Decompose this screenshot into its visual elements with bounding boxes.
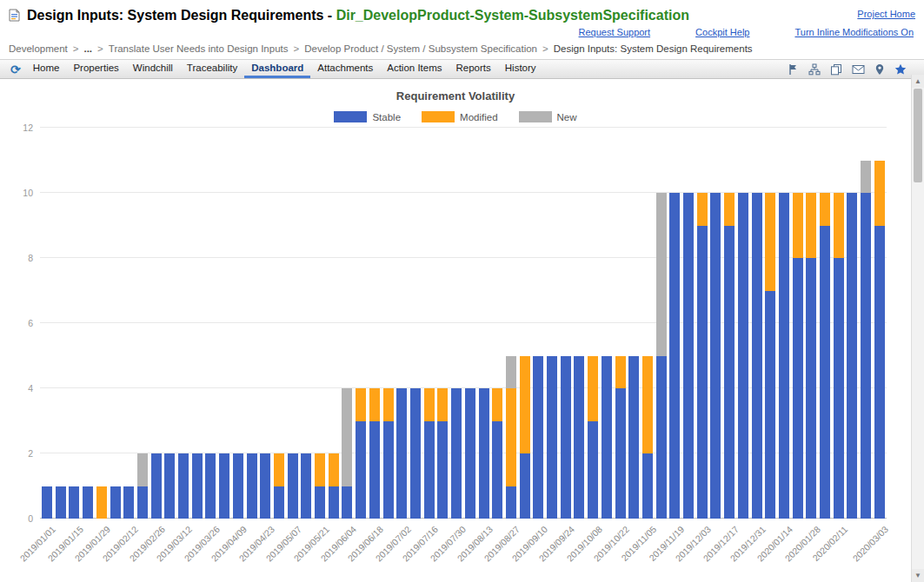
bar-column[interactable]: 2019/05/07 bbox=[288, 128, 298, 519]
bar-column[interactable]: 2019/01/15 bbox=[69, 128, 79, 519]
breadcrumb-item[interactable]: Development bbox=[9, 43, 68, 54]
tab-history[interactable]: History bbox=[498, 60, 543, 78]
bar-column[interactable]: 2019/06/04 bbox=[342, 128, 352, 519]
bar-column[interactable] bbox=[356, 128, 366, 519]
breadcrumb-ellipsis[interactable]: ... bbox=[83, 43, 92, 54]
tab-reports[interactable]: Reports bbox=[449, 60, 498, 78]
bar-segment-stable bbox=[615, 388, 626, 519]
bar-column[interactable] bbox=[465, 128, 475, 519]
bar-column[interactable] bbox=[547, 128, 557, 519]
bar-column[interactable] bbox=[710, 128, 721, 519]
location-pin-icon[interactable] bbox=[874, 63, 885, 76]
bar-column[interactable] bbox=[301, 128, 311, 519]
vertical-scrollbar[interactable]: ▲ ▼ bbox=[911, 75, 924, 582]
bar-column[interactable]: 2019/11/19 bbox=[669, 128, 680, 519]
tab-home[interactable]: Home bbox=[26, 60, 67, 78]
scroll-down-button[interactable]: ▼ bbox=[912, 569, 924, 582]
bar-column[interactable] bbox=[793, 128, 803, 519]
bar-column[interactable]: 2019/08/13 bbox=[479, 128, 489, 519]
bar-column[interactable] bbox=[683, 128, 694, 519]
bar-column[interactable] bbox=[574, 128, 584, 519]
inline-modifications-toggle-link[interactable]: Turn Inline Modifications On bbox=[794, 27, 914, 37]
bar-column[interactable] bbox=[219, 128, 229, 519]
scrollbar-thumb[interactable] bbox=[914, 89, 922, 182]
y-axis-tick-label: 12 bbox=[5, 122, 33, 133]
bar-column[interactable] bbox=[110, 128, 121, 519]
project-home-link[interactable]: Project Home bbox=[857, 7, 915, 19]
flag-icon[interactable] bbox=[788, 63, 799, 76]
bar-stack bbox=[356, 388, 366, 519]
bar-column[interactable]: 2019/02/26 bbox=[151, 128, 162, 519]
bar-column[interactable] bbox=[247, 128, 257, 519]
legend-label: New bbox=[557, 112, 577, 122]
bar-column[interactable] bbox=[738, 128, 748, 519]
breadcrumb-item[interactable]: Translate User Needs into Design Inputs bbox=[109, 43, 289, 54]
tab-traceability[interactable]: Traceability bbox=[180, 60, 244, 78]
request-support-link[interactable]: Request Support bbox=[579, 27, 651, 37]
bar-column[interactable]: 2019/12/31 bbox=[752, 128, 762, 519]
bar-column[interactable] bbox=[765, 128, 775, 519]
bar-stack bbox=[710, 193, 721, 519]
bar-column[interactable]: 2019/07/02 bbox=[396, 128, 407, 519]
tab-properties[interactable]: Properties bbox=[66, 60, 125, 78]
bar-column[interactable]: 2019/07/30 bbox=[451, 128, 462, 519]
bar-column[interactable]: 2019/11/05 bbox=[642, 128, 653, 519]
bar-column[interactable] bbox=[520, 128, 530, 519]
refresh-icon[interactable]: ⟳ bbox=[5, 60, 26, 78]
bar-column[interactable]: 2020/03/03 bbox=[874, 128, 885, 519]
bar-column[interactable] bbox=[602, 128, 612, 519]
tab-dashboard[interactable]: Dashboard bbox=[244, 60, 310, 78]
bar-column[interactable] bbox=[820, 128, 830, 519]
breadcrumb-item[interactable]: Develop Product / System / Subsystem Spe… bbox=[304, 43, 537, 54]
bar-column[interactable]: 2019/04/23 bbox=[260, 128, 270, 519]
bar-column[interactable]: 2019/03/12 bbox=[178, 128, 189, 519]
bar-stack bbox=[520, 356, 530, 519]
bar-column[interactable]: 2019/01/29 bbox=[96, 128, 107, 519]
sitemap-icon[interactable] bbox=[808, 63, 821, 76]
tab-windchill[interactable]: Windchill bbox=[126, 60, 180, 78]
bar-column[interactable] bbox=[628, 128, 639, 519]
bar-column[interactable]: 2020/01/28 bbox=[806, 128, 816, 519]
bar-column[interactable]: 2019/09/24 bbox=[561, 128, 571, 519]
bar-column[interactable] bbox=[164, 128, 175, 519]
bar-column[interactable]: 2019/09/10 bbox=[533, 128, 543, 519]
bar-column[interactable]: 2019/10/08 bbox=[588, 128, 598, 519]
bar-column[interactable]: 2019/06/18 bbox=[369, 128, 380, 519]
bar-column[interactable]: 2019/04/09 bbox=[233, 128, 243, 519]
bar-column[interactable] bbox=[274, 128, 284, 519]
scroll-up-button[interactable]: ▲ bbox=[912, 75, 924, 88]
email-icon[interactable] bbox=[852, 64, 865, 75]
bar-column[interactable]: 2020/02/11 bbox=[834, 128, 844, 519]
bar-column[interactable] bbox=[329, 128, 339, 519]
bar-segment-stable bbox=[669, 193, 680, 519]
bar-column[interactable] bbox=[437, 128, 448, 519]
bar-column[interactable] bbox=[383, 128, 394, 519]
bar-column[interactable]: 2019/08/27 bbox=[506, 128, 516, 519]
bar-column[interactable]: 2019/10/22 bbox=[615, 128, 626, 519]
bar-column[interactable]: 2019/12/17 bbox=[724, 128, 735, 519]
bar-column[interactable]: 2019/07/16 bbox=[424, 128, 435, 519]
bar-column[interactable] bbox=[492, 128, 502, 519]
bar-column[interactable] bbox=[847, 128, 857, 519]
bar-stack bbox=[42, 486, 52, 519]
bar-column[interactable]: 2020/01/14 bbox=[779, 128, 789, 519]
bar-column[interactable] bbox=[656, 128, 667, 519]
cockpit-help-link[interactable]: Cockpit Help bbox=[695, 27, 749, 37]
bar-column[interactable]: 2019/01/01 bbox=[42, 128, 52, 519]
bar-column[interactable] bbox=[410, 128, 421, 519]
bar-column[interactable] bbox=[192, 128, 203, 519]
tab-attachments[interactable]: Attachments bbox=[310, 60, 380, 78]
copy-icon[interactable] bbox=[830, 63, 842, 76]
bar-column[interactable]: 2019/02/12 bbox=[123, 128, 134, 519]
tab-action-items[interactable]: Action Items bbox=[380, 60, 449, 78]
bar-column[interactable] bbox=[137, 128, 148, 519]
bar-column[interactable] bbox=[56, 128, 66, 519]
favorite-star-icon[interactable] bbox=[894, 63, 907, 76]
bar-column[interactable] bbox=[83, 128, 93, 519]
bar-column[interactable] bbox=[861, 128, 871, 519]
bar-stack bbox=[847, 193, 857, 519]
bar-column[interactable]: 2019/12/03 bbox=[697, 128, 708, 519]
bar-segment-stable bbox=[710, 193, 721, 519]
bar-column[interactable]: 2019/05/21 bbox=[315, 128, 325, 519]
bar-column[interactable]: 2019/03/26 bbox=[205, 128, 216, 519]
